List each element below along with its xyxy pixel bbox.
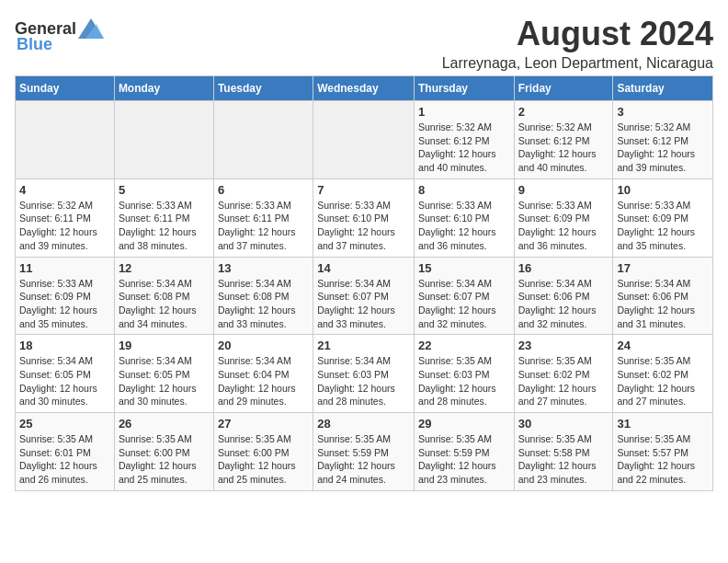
day-number: 2	[518, 105, 609, 119]
calendar-cell: 1Sunrise: 5:32 AM Sunset: 6:12 PM Daylig…	[414, 101, 514, 179]
calendar-week-row: 18Sunrise: 5:34 AM Sunset: 6:05 PM Dayli…	[16, 335, 713, 413]
day-info: Sunrise: 5:34 AM Sunset: 6:05 PM Dayligh…	[119, 354, 210, 408]
day-info: Sunrise: 5:33 AM Sunset: 6:10 PM Dayligh…	[418, 199, 510, 253]
day-info: Sunrise: 5:34 AM Sunset: 6:06 PM Dayligh…	[617, 277, 709, 331]
calendar-cell: 8Sunrise: 5:33 AM Sunset: 6:10 PM Daylig…	[414, 178, 514, 257]
day-number: 7	[317, 183, 410, 197]
calendar-table: SundayMondayTuesdayWednesdayThursdayFrid…	[15, 75, 713, 491]
calendar-cell: 18Sunrise: 5:34 AM Sunset: 6:05 PM Dayli…	[16, 335, 115, 413]
day-info: Sunrise: 5:35 AM Sunset: 6:00 PM Dayligh…	[218, 432, 309, 487]
calendar-cell	[313, 101, 415, 179]
day-header-friday: Friday	[514, 76, 613, 101]
day-number: 22	[418, 339, 510, 352]
calendar-cell	[16, 101, 115, 179]
day-header-monday: Monday	[114, 76, 213, 101]
day-number: 5	[119, 183, 210, 197]
calendar-cell: 21Sunrise: 5:34 AM Sunset: 6:03 PM Dayli…	[313, 335, 415, 413]
logo-blue: Blue	[17, 35, 52, 54]
calendar-week-row: 4Sunrise: 5:32 AM Sunset: 6:11 PM Daylig…	[16, 178, 713, 257]
day-info: Sunrise: 5:35 AM Sunset: 6:01 PM Dayligh…	[19, 432, 110, 487]
calendar-week-row: 25Sunrise: 5:35 AM Sunset: 6:01 PM Dayli…	[16, 413, 713, 491]
day-info: Sunrise: 5:32 AM Sunset: 6:12 PM Dayligh…	[418, 121, 510, 175]
calendar-cell: 7Sunrise: 5:33 AM Sunset: 6:10 PM Daylig…	[313, 178, 415, 257]
day-info: Sunrise: 5:34 AM Sunset: 6:04 PM Dayligh…	[218, 354, 309, 408]
calendar-cell	[114, 101, 213, 179]
day-info: Sunrise: 5:33 AM Sunset: 6:11 PM Dayligh…	[218, 199, 309, 253]
day-header-tuesday: Tuesday	[213, 76, 313, 101]
day-info: Sunrise: 5:32 AM Sunset: 6:12 PM Dayligh…	[518, 121, 609, 175]
day-number: 20	[218, 339, 309, 352]
day-header-saturday: Saturday	[613, 76, 713, 101]
day-number: 9	[518, 183, 609, 197]
day-info: Sunrise: 5:35 AM Sunset: 6:02 PM Dayligh…	[617, 354, 709, 408]
day-number: 29	[418, 417, 510, 431]
month-title: August 2024	[442, 15, 713, 53]
calendar-cell: 20Sunrise: 5:34 AM Sunset: 6:04 PM Dayli…	[213, 335, 313, 413]
day-info: Sunrise: 5:34 AM Sunset: 6:07 PM Dayligh…	[418, 277, 510, 331]
day-info: Sunrise: 5:33 AM Sunset: 6:09 PM Dayligh…	[518, 199, 609, 253]
day-number: 18	[19, 339, 110, 352]
calendar-cell	[213, 101, 313, 179]
calendar-cell: 15Sunrise: 5:34 AM Sunset: 6:07 PM Dayli…	[414, 257, 514, 335]
day-number: 17	[617, 261, 709, 275]
day-info: Sunrise: 5:35 AM Sunset: 6:02 PM Dayligh…	[518, 354, 609, 408]
calendar-cell: 4Sunrise: 5:32 AM Sunset: 6:11 PM Daylig…	[16, 178, 115, 257]
calendar-cell: 31Sunrise: 5:35 AM Sunset: 5:57 PM Dayli…	[613, 413, 713, 491]
header: General Blue August 2024 Larreynaga, Leo…	[15, 15, 713, 72]
day-number: 1	[418, 105, 510, 119]
day-number: 21	[317, 339, 410, 352]
day-number: 10	[617, 183, 709, 197]
day-number: 28	[317, 417, 410, 431]
day-info: Sunrise: 5:32 AM Sunset: 6:11 PM Dayligh…	[19, 199, 110, 253]
day-info: Sunrise: 5:33 AM Sunset: 6:09 PM Dayligh…	[19, 277, 110, 331]
day-number: 13	[218, 261, 309, 275]
calendar-cell: 11Sunrise: 5:33 AM Sunset: 6:09 PM Dayli…	[16, 257, 115, 335]
calendar-cell: 9Sunrise: 5:33 AM Sunset: 6:09 PM Daylig…	[514, 178, 613, 257]
day-info: Sunrise: 5:35 AM Sunset: 6:03 PM Dayligh…	[418, 354, 510, 408]
day-info: Sunrise: 5:34 AM Sunset: 6:08 PM Dayligh…	[218, 277, 309, 331]
calendar-cell: 5Sunrise: 5:33 AM Sunset: 6:11 PM Daylig…	[114, 178, 213, 257]
day-number: 6	[218, 183, 309, 197]
calendar-cell: 22Sunrise: 5:35 AM Sunset: 6:03 PM Dayli…	[414, 335, 514, 413]
day-number: 3	[617, 105, 709, 119]
day-number: 14	[317, 261, 410, 275]
location-title: Larreynaga, Leon Department, Nicaragua	[442, 55, 713, 72]
day-info: Sunrise: 5:35 AM Sunset: 5:57 PM Dayligh…	[617, 432, 709, 487]
calendar-cell: 29Sunrise: 5:35 AM Sunset: 5:59 PM Dayli…	[414, 413, 514, 491]
calendar-cell: 2Sunrise: 5:32 AM Sunset: 6:12 PM Daylig…	[514, 101, 613, 179]
day-number: 11	[19, 261, 110, 275]
logo-icon	[78, 18, 104, 39]
day-number: 12	[119, 261, 210, 275]
day-info: Sunrise: 5:33 AM Sunset: 6:09 PM Dayligh…	[617, 199, 709, 253]
day-info: Sunrise: 5:33 AM Sunset: 6:11 PM Dayligh…	[119, 199, 210, 253]
day-number: 4	[19, 183, 110, 197]
calendar-cell: 24Sunrise: 5:35 AM Sunset: 6:02 PM Dayli…	[613, 335, 713, 413]
calendar-cell: 26Sunrise: 5:35 AM Sunset: 6:00 PM Dayli…	[114, 413, 213, 491]
calendar-cell: 3Sunrise: 5:32 AM Sunset: 6:12 PM Daylig…	[613, 101, 713, 179]
day-number: 16	[518, 261, 609, 275]
day-number: 24	[617, 339, 709, 352]
day-number: 26	[119, 417, 210, 431]
day-number: 30	[518, 417, 609, 431]
calendar-cell: 16Sunrise: 5:34 AM Sunset: 6:06 PM Dayli…	[514, 257, 613, 335]
day-number: 15	[418, 261, 510, 275]
day-header-wednesday: Wednesday	[313, 76, 415, 101]
day-info: Sunrise: 5:34 AM Sunset: 6:07 PM Dayligh…	[317, 277, 410, 331]
day-info: Sunrise: 5:33 AM Sunset: 6:10 PM Dayligh…	[317, 199, 410, 253]
day-header-sunday: Sunday	[16, 76, 115, 101]
day-info: Sunrise: 5:35 AM Sunset: 5:59 PM Dayligh…	[317, 432, 410, 487]
calendar-header-row: SundayMondayTuesdayWednesdayThursdayFrid…	[16, 76, 713, 101]
day-number: 25	[19, 417, 110, 431]
day-info: Sunrise: 5:32 AM Sunset: 6:12 PM Dayligh…	[617, 121, 709, 175]
logo: General Blue	[15, 18, 104, 54]
calendar-cell: 27Sunrise: 5:35 AM Sunset: 6:00 PM Dayli…	[213, 413, 313, 491]
day-info: Sunrise: 5:34 AM Sunset: 6:05 PM Dayligh…	[19, 354, 110, 408]
calendar-cell: 10Sunrise: 5:33 AM Sunset: 6:09 PM Dayli…	[613, 178, 713, 257]
calendar-cell: 17Sunrise: 5:34 AM Sunset: 6:06 PM Dayli…	[613, 257, 713, 335]
day-number: 8	[418, 183, 510, 197]
day-info: Sunrise: 5:35 AM Sunset: 5:59 PM Dayligh…	[418, 432, 510, 487]
calendar-cell: 25Sunrise: 5:35 AM Sunset: 6:01 PM Dayli…	[16, 413, 115, 491]
calendar-cell: 19Sunrise: 5:34 AM Sunset: 6:05 PM Dayli…	[114, 335, 213, 413]
day-info: Sunrise: 5:34 AM Sunset: 6:08 PM Dayligh…	[119, 277, 210, 331]
calendar-cell: 23Sunrise: 5:35 AM Sunset: 6:02 PM Dayli…	[514, 335, 613, 413]
